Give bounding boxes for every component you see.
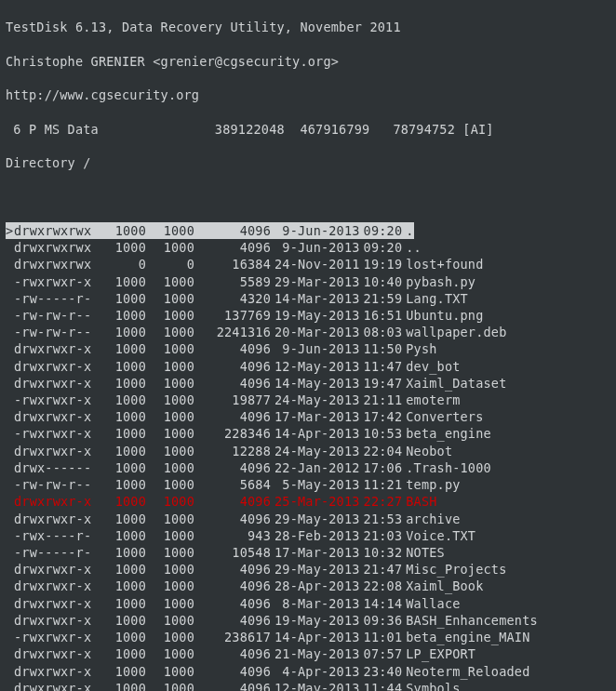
file-row[interactable]: -rw-rw-r--10001000224131620-Mar-201308:0… [6, 324, 610, 340]
file-row[interactable]: drwx------10001000409622-Jan-201217:06.T… [6, 459, 610, 476]
file-row[interactable]: drwxrwxr-x10001000409612-May-201311:47de… [6, 358, 610, 375]
file-row[interactable]: drwxrwxr-x10001000409612-May-201311:44Sy… [6, 680, 610, 691]
file-list[interactable]: >drwxrwxrwx100010004096 9-Jun-201309:20.… [6, 222, 610, 691]
file-owner: 1000 [98, 222, 146, 239]
file-name: Pysh [402, 340, 436, 357]
file-name: emoterm [402, 392, 460, 408]
file-owner: 1000 [98, 645, 146, 662]
file-row[interactable]: drwxrwxr-x10001000409628-Apr-201322:08Xa… [6, 578, 610, 594]
file-time: 11:21 [360, 476, 403, 493]
file-date: 19-May-2013 [271, 612, 360, 629]
file-size: 228346 [194, 425, 271, 442]
file-group: 1000 [146, 324, 194, 340]
file-permissions: drwxrwxr-x [14, 443, 98, 459]
file-size: 4096 [194, 561, 271, 578]
file-row[interactable]: drwxrwxr-x100010004096 4-Apr-201323:40Ne… [6, 663, 610, 680]
file-time: 11:44 [360, 680, 403, 691]
file-size: 5684 [194, 476, 271, 493]
file-permissions: drwxrwxr-x [14, 358, 98, 375]
file-date: 17-Mar-2013 [271, 408, 360, 425]
file-row[interactable]: drwxrwxr-x10001000409629-May-201321:53ar… [6, 511, 610, 527]
file-time: 14:14 [360, 595, 403, 612]
file-row[interactable]: drwxrwxr-x100010004096 8-Mar-201314:14Wa… [6, 595, 610, 612]
directory-path: Directory / [6, 154, 610, 171]
file-owner: 1000 [98, 443, 146, 459]
file-date: 29-May-2013 [271, 561, 360, 578]
file-size: 4096 [194, 459, 271, 476]
file-permissions: -rwxrwxr-x [14, 392, 98, 408]
file-owner: 1000 [98, 680, 146, 691]
file-date: 9-Jun-2013 [271, 340, 360, 357]
file-row[interactable]: drwxrwxr-x10001000409625-Mar-201322:27BA… [6, 493, 610, 510]
file-group: 1000 [146, 358, 194, 375]
file-owner: 1000 [98, 324, 146, 340]
file-time: 19:19 [360, 256, 403, 272]
file-time: 10:40 [360, 273, 403, 290]
file-owner: 1000 [98, 239, 146, 256]
file-size: 4096 [194, 375, 271, 392]
file-row[interactable]: drwxrwxr-x10001000409617-Mar-201317:42Co… [6, 408, 610, 425]
file-owner: 1000 [98, 561, 146, 578]
file-row[interactable]: drwxrwxr-x10001000409629-May-201321:47Mi… [6, 561, 610, 578]
file-permissions: drwxrwxrwx [14, 256, 98, 272]
file-group: 1000 [146, 290, 194, 307]
file-name: lost+found [402, 256, 483, 272]
file-name: . [402, 222, 413, 239]
file-row[interactable]: drwxrwxr-x100010001228824-May-201322:04N… [6, 443, 610, 459]
file-group: 1000 [146, 663, 194, 680]
file-row[interactable]: drwxrwxr-x100010004096 9-Jun-201311:50Py… [6, 340, 610, 357]
file-date: 5-May-2013 [271, 476, 360, 493]
file-owner: 1000 [98, 375, 146, 392]
file-permissions: drwxrwxr-x [14, 340, 98, 357]
file-permissions: drwxrwxr-x [14, 578, 98, 594]
file-owner: 1000 [98, 273, 146, 290]
file-time: 09:20 [360, 222, 403, 239]
file-row[interactable]: -rwxrwxr-x1000100023861714-Apr-201311:01… [6, 629, 610, 645]
file-name: Lang.TXT [402, 290, 468, 307]
file-row[interactable]: -rwx----r-1000100094328-Feb-201321:03Voi… [6, 527, 610, 544]
file-time: 09:36 [360, 612, 403, 629]
file-row[interactable]: -rw-----r-100010001054817-Mar-201310:32N… [6, 544, 610, 561]
file-name: archive [402, 511, 460, 527]
file-owner: 0 [98, 256, 146, 272]
file-row[interactable]: -rw-----r-10001000432014-Mar-201321:59La… [6, 290, 610, 307]
file-size: 4096 [194, 493, 271, 510]
file-size: 4096 [194, 239, 271, 256]
file-row[interactable]: drwxrwxrwx100010004096 9-Jun-201309:20.. [6, 239, 610, 256]
file-name: NOTES [402, 544, 445, 561]
file-size: 4096 [194, 222, 271, 239]
file-row[interactable]: -rw-rw-r--100010005684 5-May-201311:21te… [6, 476, 610, 493]
file-owner: 1000 [98, 595, 146, 612]
file-size: 4096 [194, 408, 271, 425]
file-time: 21:59 [360, 290, 403, 307]
file-permissions: drwxrwxr-x [14, 493, 98, 510]
file-date: 19-May-2013 [271, 307, 360, 324]
file-date: 14-Mar-2013 [271, 290, 360, 307]
file-time: 10:53 [360, 425, 403, 442]
file-row[interactable]: -rwxrwxr-x10001000558929-Mar-201310:40py… [6, 273, 610, 290]
file-permissions: -rw-rw-r-- [14, 324, 98, 340]
file-time: 08:03 [360, 324, 403, 340]
file-row[interactable]: -rwxrwxr-x100010001987724-May-201321:11e… [6, 392, 610, 408]
file-row[interactable]: drwxrwxr-x10001000409614-May-201319:47Xa… [6, 375, 610, 392]
file-date: 25-Mar-2013 [271, 493, 360, 510]
file-row[interactable]: -rw-rw-r--1000100013776919-May-201316:51… [6, 307, 610, 324]
file-name: wallpaper.deb [402, 324, 506, 340]
file-name: Xaiml_Dataset [402, 375, 506, 392]
file-row[interactable]: -rwxrwxr-x1000100022834614-Apr-201310:53… [6, 425, 610, 442]
file-time: 19:47 [360, 375, 403, 392]
file-time: 21:47 [360, 561, 403, 578]
file-row[interactable]: drwxrwxr-x10001000409619-May-201309:36BA… [6, 612, 610, 629]
file-name: dev_bot [402, 358, 460, 375]
file-date: 28-Apr-2013 [271, 578, 360, 594]
file-row[interactable]: >drwxrwxrwx100010004096 9-Jun-201309:20. [6, 222, 610, 239]
file-time: 17:42 [360, 408, 403, 425]
file-permissions: -rw-----r- [14, 290, 98, 307]
file-row[interactable]: drwxrwxrwx001638424-Nov-201119:19lost+fo… [6, 256, 610, 272]
file-permissions: drwxrwxr-x [14, 595, 98, 612]
file-time: 17:06 [360, 459, 403, 476]
file-row[interactable]: drwxrwxr-x10001000409621-May-201307:57LP… [6, 645, 610, 662]
file-permissions: -rwx----r- [14, 527, 98, 544]
file-permissions: drwxrwxrwx [14, 239, 98, 256]
file-permissions: -rwxrwxr-x [14, 273, 98, 290]
